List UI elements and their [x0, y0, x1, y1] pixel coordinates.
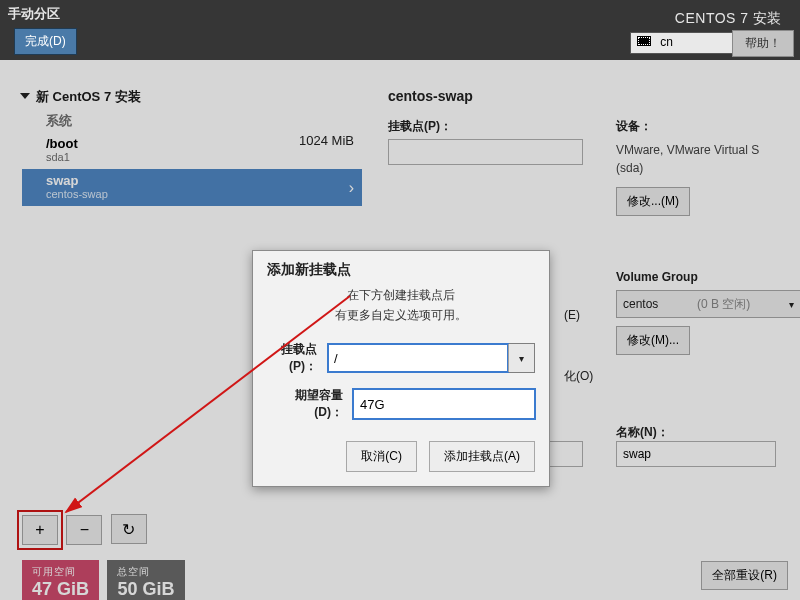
- dialog-add-button[interactable]: 添加挂载点(A): [429, 441, 535, 472]
- chevron-down-icon[interactable]: ▾: [508, 344, 534, 372]
- keyboard-layout-indicator[interactable]: cn: [630, 32, 740, 54]
- dialog-cancel-button[interactable]: 取消(C): [346, 441, 417, 472]
- product-brand: CENTOS 7 安装: [675, 10, 782, 28]
- dialog-mount-label: 挂载点(P)：: [267, 341, 317, 375]
- dialog-mount-input[interactable]: [328, 344, 508, 372]
- page-title: 手动分区: [8, 5, 60, 23]
- keyboard-icon: [637, 36, 651, 46]
- dialog-title: 添加新挂载点: [253, 251, 549, 281]
- dialog-capacity-label: 期望容量(D)：: [267, 387, 343, 421]
- dialog-sub2: 有更多自定义选项可用。: [335, 308, 467, 322]
- add-mountpoint-dialog: 添加新挂载点 在下方创建挂载点后 有更多自定义选项可用。 挂载点(P)： ▾ 期…: [252, 250, 550, 487]
- dialog-capacity-input[interactable]: [353, 389, 535, 419]
- dialog-sub1: 在下方创建挂载点后: [347, 288, 455, 302]
- done-button[interactable]: 完成(D): [14, 28, 77, 55]
- help-button[interactable]: 帮助！: [732, 30, 794, 57]
- dialog-mount-combo[interactable]: ▾: [327, 343, 535, 373]
- keyboard-layout-label: cn: [660, 35, 673, 49]
- main-panel: 新 CentOS 7 安装 系统 /boot sda1 1024 MiB swa…: [0, 60, 800, 600]
